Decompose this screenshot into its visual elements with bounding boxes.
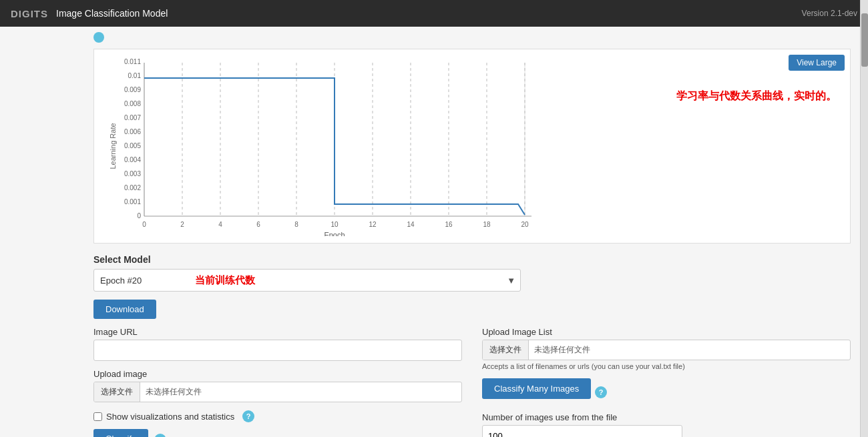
version-label: Version 2.1-dev (802, 9, 857, 18)
svg-text:2: 2 (180, 221, 184, 228)
model-select-wrapper: Epoch #20 Epoch #20 当前训练代数 ▼ (93, 269, 521, 292)
form-columns: Image URL Upload image 选择文件 未选择任何文件 Show… (93, 327, 851, 437)
svg-text:4: 4 (218, 221, 222, 228)
svg-text:0.011: 0.011 (124, 58, 141, 65)
svg-text:16: 16 (445, 221, 453, 228)
upload-list-accepts-text: Accepts a list of filenames or urls (you… (482, 362, 851, 370)
upload-image-list-file-row: 选择文件 未选择任何文件 (482, 340, 851, 360)
upload-image-filename: 未选择任何文件 (140, 386, 207, 398)
chart-annotation: 学习率与代数关系曲线，实时的。 (676, 89, 837, 103)
svg-text:Learning Rate: Learning Rate (109, 123, 117, 169)
upload-list-choose-button[interactable]: 选择文件 (483, 340, 529, 360)
show-vis-row: Show visualizations and statistics ? (93, 410, 462, 422)
learning-rate-chart: Learning Rate 0 0.001 0. (107, 56, 548, 236)
show-vis-help-icon[interactable]: ? (242, 410, 254, 422)
select-model-label: Select Model (93, 254, 851, 265)
classify-many-button[interactable]: Classify Many Images (482, 378, 591, 399)
upload-image-file-row: 选择文件 未选择任何文件 (93, 382, 462, 402)
svg-text:0.01: 0.01 (128, 72, 142, 79)
upload-image-choose-button[interactable]: 选择文件 (94, 382, 140, 402)
num-images-label: Number of images use from the file (482, 412, 851, 422)
select-model-section: Select Model Epoch #20 Epoch #20 当前训练代数 … (93, 254, 851, 292)
image-url-input[interactable] (93, 340, 462, 361)
download-button[interactable]: Download (93, 300, 156, 319)
upload-list-filename: 未选择任何文件 (529, 344, 596, 356)
classify-many-help-icon[interactable]: ? (595, 386, 607, 398)
svg-text:0.008: 0.008 (124, 100, 141, 107)
svg-text:0.005: 0.005 (124, 142, 141, 149)
svg-text:0.007: 0.007 (124, 114, 141, 121)
upload-image-list-group: Upload Image List 选择文件 未选择任何文件 Accepts a… (482, 327, 851, 370)
model-select[interactable]: Epoch #20 (93, 269, 521, 292)
scrollbar[interactable] (860, 0, 868, 437)
image-url-label: Image URL (93, 327, 462, 337)
svg-text:0.003: 0.003 (124, 170, 141, 177)
svg-text:0.009: 0.009 (124, 86, 141, 93)
show-vis-label: Show visualizations and statistics (106, 412, 234, 422)
svg-text:14: 14 (407, 221, 415, 228)
upload-image-list-label: Upload Image List (482, 327, 851, 337)
bottom-btn-row: Classify ? (93, 429, 462, 437)
svg-text:20: 20 (521, 221, 529, 228)
bottom-help-icon[interactable]: ? (154, 434, 166, 437)
chart-section: View Large Learning Rate (93, 49, 851, 244)
svg-text:8: 8 (294, 221, 298, 228)
view-large-button[interactable]: View Large (789, 55, 845, 71)
svg-text:0: 0 (137, 212, 141, 220)
svg-text:Epoch: Epoch (324, 231, 345, 236)
num-images-group: Number of images use from the file (482, 412, 851, 437)
left-column: Image URL Upload image 选择文件 未选择任何文件 Show… (93, 327, 462, 437)
model-title: Image Classification Model (56, 8, 168, 19)
svg-text:6: 6 (256, 221, 260, 228)
upload-image-group: Upload image 选择文件 未选择任何文件 (93, 369, 462, 402)
svg-text:18: 18 (483, 221, 491, 228)
right-column: Upload Image List 选择文件 未选择任何文件 Accepts a… (482, 327, 851, 437)
brand-logo[interactable]: DIGITS (11, 8, 48, 19)
svg-text:12: 12 (369, 221, 377, 228)
svg-text:0.006: 0.006 (124, 128, 141, 135)
num-images-input[interactable] (482, 425, 682, 437)
svg-text:10: 10 (331, 221, 339, 228)
classify-many-row: Classify Many Images ? (482, 378, 851, 406)
main-content: View Large Learning Rate (0, 27, 861, 437)
svg-text:0.004: 0.004 (124, 156, 141, 163)
svg-text:0: 0 (142, 221, 146, 228)
upload-image-label: Upload image (93, 369, 462, 379)
image-url-group: Image URL (93, 327, 462, 361)
top-navigation: DIGITS Image Classification Model Versio… (0, 0, 868, 27)
bottom-action-button[interactable]: Classify (93, 429, 148, 437)
svg-text:0.001: 0.001 (124, 198, 141, 205)
scrollbar-thumb[interactable] (861, 13, 868, 67)
show-vis-checkbox[interactable] (93, 412, 102, 421)
info-dot-icon (93, 32, 104, 43)
svg-text:0.002: 0.002 (124, 184, 141, 191)
